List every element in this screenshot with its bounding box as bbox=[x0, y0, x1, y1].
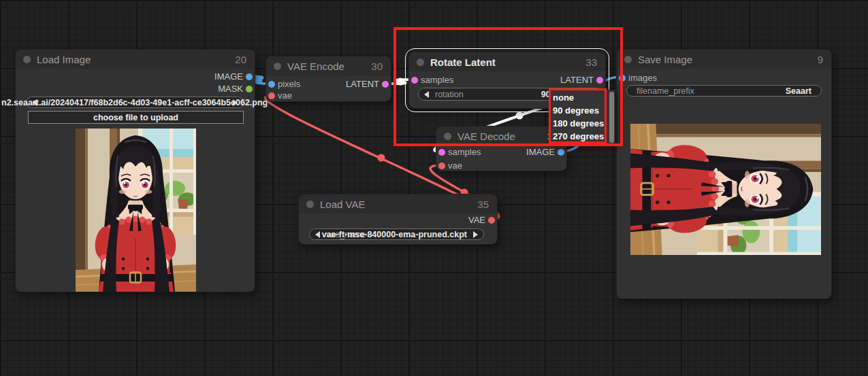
combo-prev-icon[interactable] bbox=[32, 99, 37, 106]
node-title: Load Image bbox=[37, 54, 91, 65]
link-midpoint-dot bbox=[378, 154, 385, 162]
node-graph-canvas[interactable]: Load Image 20 IMAGE MASK n2.seaart.ai/20… bbox=[0, 0, 868, 376]
node-title: Save Image bbox=[638, 54, 692, 65]
collapse-dot-icon[interactable] bbox=[306, 201, 314, 208]
dropdown-item-90-degrees[interactable]: 90 degrees bbox=[553, 104, 607, 117]
output-port-latent[interactable] bbox=[596, 77, 603, 84]
node-id: 33 bbox=[585, 56, 597, 68]
combo-next-icon[interactable] bbox=[233, 99, 238, 106]
node-vae-encode[interactable]: VAE Encode 30 pixels LATENT vae bbox=[266, 56, 391, 102]
input-label: samples bbox=[421, 73, 453, 87]
collapse-dot-icon[interactable] bbox=[274, 63, 281, 70]
dropdown-item-none[interactable]: none bbox=[553, 91, 607, 104]
node-title-bar[interactable]: VAE Decode 34 bbox=[436, 126, 566, 146]
link-midpoint-dot bbox=[397, 78, 404, 86]
image-combo-widget[interactable]: n2.seaart.ai/20240417/f68b2d6c-4d03-49e1… bbox=[26, 97, 244, 108]
output-label: IMAGE bbox=[526, 146, 555, 159]
preview-image-portrait bbox=[76, 129, 196, 292]
combo-prev-icon[interactable] bbox=[315, 231, 320, 238]
output-port-vae[interactable] bbox=[488, 217, 495, 224]
combo-next-icon[interactable] bbox=[473, 231, 478, 238]
dropdown-item-180-degrees[interactable]: 180 degrees bbox=[553, 117, 607, 130]
input-port-samples[interactable] bbox=[438, 149, 445, 156]
input-label: samples bbox=[448, 146, 481, 159]
input-port-images[interactable] bbox=[619, 75, 626, 82]
node-title: VAE Encode bbox=[287, 61, 344, 72]
widget-label: rotation bbox=[435, 88, 464, 100]
node-title-bar[interactable]: Save Image 9 bbox=[617, 50, 831, 69]
node-title-bar[interactable]: VAE Encode 30 bbox=[266, 56, 391, 75]
node-id: 9 bbox=[818, 54, 823, 65]
output-label: MASK bbox=[218, 82, 243, 96]
input-port-vae[interactable] bbox=[438, 163, 445, 169]
node-title-bar[interactable]: Rotate Latent 33 bbox=[409, 52, 605, 71]
combo-prev-icon[interactable] bbox=[424, 91, 429, 98]
input-port-pixels[interactable] bbox=[268, 81, 275, 88]
output-port-latent[interactable] bbox=[382, 81, 389, 88]
dropdown-item-270-degrees[interactable]: 270 degrees bbox=[553, 130, 607, 143]
node-save-image[interactable]: Save Image 9 images filename_prefix Seaa… bbox=[616, 49, 832, 299]
widget-label: filename_prefix bbox=[637, 86, 694, 96]
image-filename-value: n2.seaart.ai/20240417/f68b2d6c-4d03-49e1… bbox=[1, 97, 268, 107]
preview-image-rotated bbox=[630, 124, 821, 255]
node-load-vae[interactable]: Load VAE 35 VAE vae_name vae-ft-mse-8400… bbox=[298, 194, 498, 245]
output-label: VAE bbox=[468, 213, 485, 227]
dropdown-scrollbar[interactable] bbox=[609, 92, 614, 143]
output-label: IMAGE bbox=[214, 70, 243, 84]
collapse-dot-icon[interactable] bbox=[624, 56, 632, 63]
input-label: images bbox=[628, 71, 657, 85]
node-title: Load VAE bbox=[320, 199, 365, 210]
node-title: Rotate Latent bbox=[430, 56, 496, 68]
widget-value: Seaart bbox=[786, 86, 811, 96]
node-id: 30 bbox=[371, 61, 383, 72]
node-id: 20 bbox=[235, 54, 246, 65]
node-id: 35 bbox=[477, 199, 489, 210]
input-port-samples[interactable] bbox=[411, 77, 418, 84]
input-label: vae bbox=[278, 89, 292, 103]
output-port-image[interactable] bbox=[246, 73, 253, 80]
filename-prefix-widget[interactable]: filename_prefix Seaart bbox=[626, 85, 822, 97]
vae-name-combo-widget[interactable]: vae_name vae-ft-mse-840000-ema-pruned.ck… bbox=[309, 228, 484, 240]
node-title-bar[interactable]: Load Image 20 bbox=[16, 50, 255, 69]
node-load-image[interactable]: Load Image 20 IMAGE MASK n2.seaart.ai/20… bbox=[15, 49, 255, 292]
input-label: vae bbox=[448, 159, 462, 173]
link-midpoint-dot bbox=[516, 112, 524, 120]
widget-value: vae-ft-mse-840000-ema-pruned.ckpt bbox=[322, 229, 467, 239]
output-label: LATENT bbox=[560, 73, 594, 87]
link-midpoint-dot bbox=[255, 77, 263, 84]
node-title-bar[interactable]: Load VAE 35 bbox=[299, 194, 497, 213]
node-title: VAE Decode bbox=[457, 131, 515, 142]
collapse-dot-icon[interactable] bbox=[444, 133, 451, 140]
input-port-vae[interactable] bbox=[268, 92, 275, 99]
collapse-dot-icon[interactable] bbox=[23, 56, 31, 63]
node-vae-decode[interactable]: VAE Decode 34 samples IMAGE vae bbox=[436, 126, 567, 171]
collapse-dot-icon[interactable] bbox=[417, 58, 424, 66]
output-port-mask[interactable] bbox=[246, 86, 253, 92]
output-port-image[interactable] bbox=[558, 149, 564, 156]
rotation-dropdown-menu[interactable]: none 90 degrees 180 degrees 270 degrees bbox=[549, 90, 615, 145]
choose-file-button[interactable]: choose file to upload bbox=[28, 111, 244, 124]
